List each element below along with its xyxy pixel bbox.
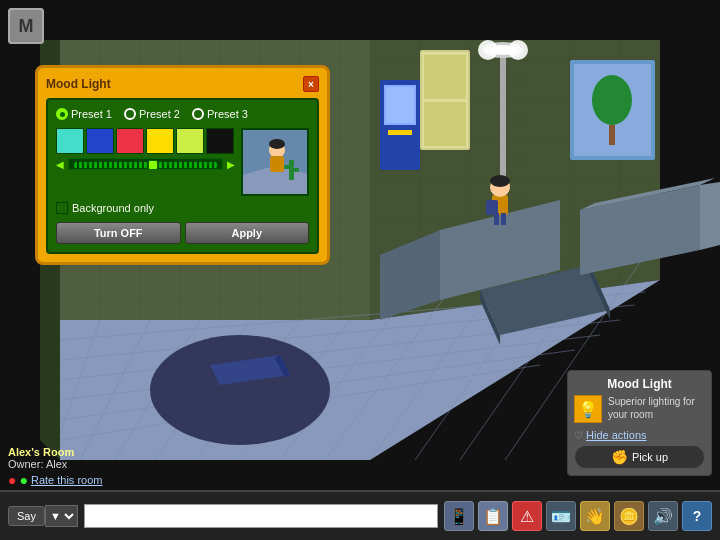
preset-1-radio[interactable] <box>56 108 68 120</box>
mood-light-dialog: Mood Light × Preset 1 Preset 2 Preset 3 <box>35 65 330 265</box>
hide-actions-row[interactable]: ♡ Hide actions <box>574 429 705 441</box>
preset-3-radio[interactable] <box>192 108 204 120</box>
help-icon[interactable]: ? <box>682 501 712 531</box>
m-label: M <box>19 16 34 37</box>
sound-icon[interactable]: 🔊 <box>648 501 678 531</box>
swatch-green[interactable] <box>176 128 204 154</box>
apply-button[interactable]: Apply <box>185 222 310 244</box>
svg-point-74 <box>592 75 632 125</box>
panel-description: Superior lighting for your room <box>608 395 705 421</box>
slider-row: ◀ ▶ <box>56 158 235 170</box>
mood-light-panel: Mood Light 💡 Superior lighting for your … <box>567 370 712 476</box>
panel-info-row: 💡 Superior lighting for your room <box>574 395 705 423</box>
alert-icon[interactable]: ⚠ <box>512 501 542 531</box>
bg-only-label: Background only <box>72 202 154 214</box>
dialog-close-button[interactable]: × <box>303 76 319 92</box>
svg-point-71 <box>508 40 528 60</box>
svg-rect-103 <box>294 168 299 172</box>
svg-rect-100 <box>270 156 284 172</box>
svg-rect-102 <box>284 165 289 169</box>
panel-icon: 💡 <box>574 395 602 423</box>
room-info: Alex's Room Owner: Alex ● ● Rate this ro… <box>8 446 102 488</box>
rate-icon-green: ● <box>19 472 27 488</box>
preset-1[interactable]: Preset 1 <box>56 108 112 120</box>
swatch-cyan[interactable] <box>56 128 84 154</box>
room-owner: Owner: Alex <box>8 458 102 470</box>
svg-rect-91 <box>494 213 499 225</box>
preview-box <box>241 128 309 196</box>
panel-title: Mood Light <box>574 377 705 391</box>
slider-right-icon: ▶ <box>227 159 235 170</box>
pick-up-button[interactable]: ✊ Pick up <box>574 445 705 469</box>
preset-2[interactable]: Preset 2 <box>124 108 180 120</box>
toolbar-icons: 📱 📋 ⚠ 🪪 👋 🪙 🔊 ? <box>444 501 712 531</box>
svg-point-70 <box>478 40 498 60</box>
room-name: Alex's Room <box>8 446 102 458</box>
preview-scene <box>243 130 309 196</box>
m-button[interactable]: M <box>8 8 44 44</box>
buttons-row: Turn OFF Apply <box>56 222 309 244</box>
bg-only-row: Background only <box>56 202 309 214</box>
swatches-preview-row: ◀ ▶ <box>56 128 309 196</box>
rate-icon-red: ● <box>8 472 16 488</box>
dialog-title: Mood Light <box>46 77 111 91</box>
slider-handle[interactable] <box>148 160 158 170</box>
bg-only-checkbox[interactable] <box>56 202 68 214</box>
svg-point-99 <box>269 139 285 149</box>
phone-icon[interactable]: 📱 <box>444 501 474 531</box>
svg-rect-61 <box>424 55 466 99</box>
catalog-icon[interactable]: 📋 <box>478 501 508 531</box>
svg-rect-92 <box>501 213 506 225</box>
dialog-content: Preset 1 Preset 2 Preset 3 <box>46 98 319 254</box>
chat-input[interactable] <box>84 504 438 528</box>
id-icon[interactable]: 🪪 <box>546 501 576 531</box>
rate-label[interactable]: Rate this room <box>31 474 103 486</box>
coin-icon[interactable]: 🪙 <box>614 501 644 531</box>
hide-icon: ♡ <box>574 430 583 441</box>
svg-rect-101 <box>289 160 294 180</box>
svg-marker-85 <box>700 182 720 250</box>
svg-point-93 <box>150 335 330 445</box>
swatch-yellow[interactable] <box>146 128 174 154</box>
swatch-black[interactable] <box>206 128 234 154</box>
swatches-container: ◀ ▶ <box>56 128 235 196</box>
svg-rect-62 <box>424 102 466 146</box>
svg-rect-65 <box>386 87 414 123</box>
preset-2-radio[interactable] <box>124 108 136 120</box>
swatch-blue[interactable] <box>86 128 114 154</box>
slider-left-icon: ◀ <box>56 159 64 170</box>
room-rate-row: ● ● Rate this room <box>8 472 102 488</box>
mood-slider[interactable] <box>68 158 223 170</box>
svg-rect-90 <box>486 200 498 215</box>
swatches-row <box>56 128 235 154</box>
swatch-red[interactable] <box>116 128 144 154</box>
svg-rect-66 <box>388 130 412 135</box>
svg-point-89 <box>490 175 510 187</box>
turn-off-button[interactable]: Turn OFF <box>56 222 181 244</box>
hand-icon[interactable]: 👋 <box>580 501 610 531</box>
svg-rect-75 <box>609 125 615 145</box>
say-dropdown[interactable]: ▼ <box>45 505 78 527</box>
preset-3[interactable]: Preset 3 <box>192 108 248 120</box>
dialog-title-bar: Mood Light × <box>46 76 319 92</box>
presets-row: Preset 1 Preset 2 Preset 3 <box>56 108 309 120</box>
hide-actions-link[interactable]: Hide actions <box>586 429 647 441</box>
pick-up-icon: ✊ <box>611 449 628 465</box>
say-button[interactable]: Say <box>8 506 45 526</box>
status-bar: Say ▼ 📱 📋 ⚠ 🪪 👋 🪙 🔊 ? <box>0 490 720 540</box>
